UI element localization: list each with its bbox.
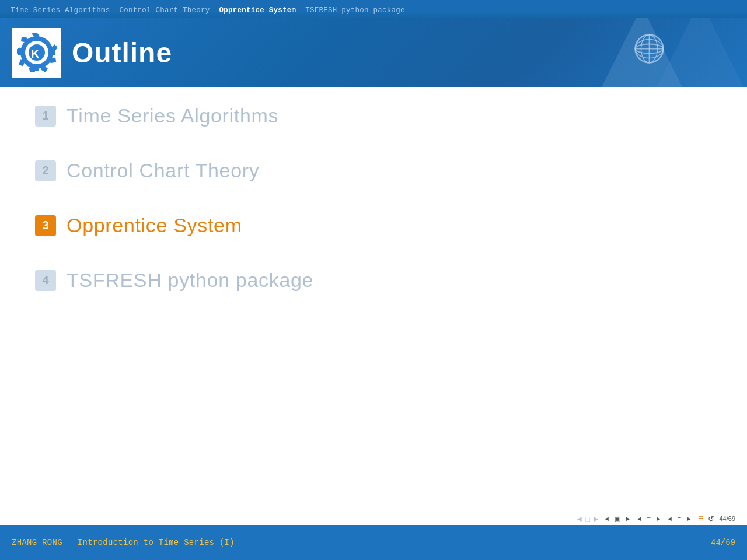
outline-item-1: 1 Time Series Algorithms	[35, 104, 712, 127]
arrow-left-1[interactable]: ◄	[575, 514, 583, 523]
item-number-3: 3	[35, 215, 56, 236]
arrow-box[interactable]: □	[585, 514, 590, 523]
item-number-1: 1	[35, 106, 56, 127]
globe-icon	[633, 33, 665, 67]
slide-header: K Outline	[0, 18, 747, 87]
bottom-navigation: ZHANG RONG — Introduction to Time Series…	[0, 525, 747, 560]
loop-arrow[interactable]: ↺	[708, 514, 714, 523]
svg-text:K: K	[31, 47, 40, 60]
item-label-3: Opprentice System	[67, 214, 242, 237]
svg-rect-14	[20, 37, 27, 43]
slide-title: Outline	[72, 37, 172, 69]
svg-rect-5	[34, 65, 39, 71]
nav-time-series[interactable]: Time Series Algorithms	[6, 4, 115, 17]
footer-text: ZHANG RONG — Introduction to Time Series…	[12, 538, 235, 547]
top-navigation: Time Series Algorithms Control Chart The…	[0, 0, 747, 18]
nav-tsfresh[interactable]: TSFRESH python package	[301, 4, 410, 17]
item-label-2: Control Chart Theory	[67, 159, 259, 182]
arrow-right-1[interactable]: ►	[592, 514, 600, 523]
nav-opprentice[interactable]: Opprentice System	[215, 4, 301, 17]
svg-rect-9	[50, 58, 56, 64]
main-content: 1 Time Series Algorithms 2 Control Chart…	[0, 87, 747, 341]
nav-control-chart[interactable]: Control Chart Theory	[115, 4, 215, 17]
item-label-4: TSFRESH python package	[67, 269, 313, 292]
item-number-2: 2	[35, 160, 56, 181]
outline-item-3: 3 Opprentice System	[35, 214, 712, 237]
navigation-arrows: ◄ □ ► ◄ ▣ ► ◄ ≡ ► ◄ ≡ ► ≡ ↺ 44/69	[575, 513, 735, 524]
outline-item-4: 4 TSFRESH python package	[35, 269, 712, 292]
item-number-4: 4	[35, 270, 56, 291]
kde-logo: K	[12, 28, 61, 78]
current-section-marker: ≡	[698, 513, 703, 524]
item-label-1: Time Series Algorithms	[67, 104, 278, 127]
outline-item-2: 2 Control Chart Theory	[35, 159, 712, 182]
slide-counter-footer: 44/69	[711, 538, 735, 547]
slide-counter: 44/69	[719, 515, 735, 522]
